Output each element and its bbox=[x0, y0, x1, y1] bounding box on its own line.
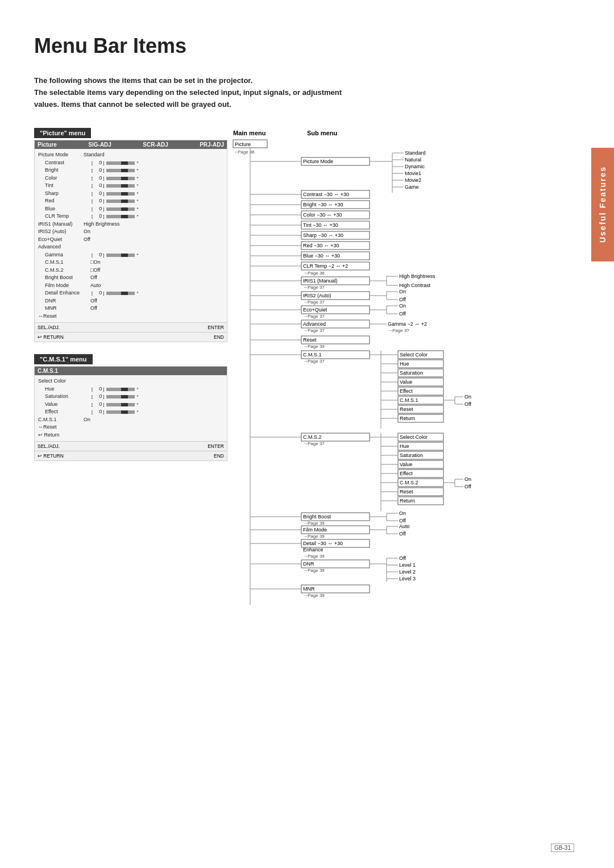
cms1-on-row: C.M.S.1On bbox=[38, 416, 223, 424]
sub-cms1-effect: Effect bbox=[400, 388, 413, 394]
opt-movie1: Movie1 bbox=[405, 171, 421, 176]
diagram-area: "Picture" menu Picture SIG-ADJ SCR-ADJ P… bbox=[34, 127, 580, 800]
effect-slider bbox=[106, 410, 135, 414]
opt-natural: Natural bbox=[405, 157, 421, 163]
footer-end: END bbox=[214, 334, 224, 340]
opt-filmmode-auto: Auto bbox=[399, 524, 410, 529]
sub-cms2-hue: Hue bbox=[400, 443, 409, 449]
sub-brightboost: Bright Boost bbox=[303, 514, 331, 520]
cms1-menu-body: Select Color Hue[0]* Saturation[0]* Valu… bbox=[35, 375, 227, 441]
sub-cms2-cms2: C.M.S.2 bbox=[400, 480, 418, 485]
footer-seladj: SEL./ADJ. bbox=[38, 325, 60, 330]
sub-cms2-value: Value bbox=[400, 462, 412, 467]
brightboost-row: Bright BoostOff bbox=[38, 274, 223, 282]
hue-row: Hue[0]* bbox=[38, 385, 223, 393]
sat-row: Saturation[0]* bbox=[38, 393, 223, 401]
detail-slider bbox=[106, 292, 135, 295]
contrast-slider bbox=[106, 161, 135, 165]
iris1-row: IRIS1 (Manual)High Brightness bbox=[38, 221, 223, 229]
sharp-row: Sharp[0]* bbox=[38, 190, 223, 198]
picture-mode-row: Picture ModeStandard bbox=[38, 151, 223, 159]
sub-iris2: IRIS2 (Auto) bbox=[303, 293, 331, 298]
cms1-return-row: ↩ Return bbox=[38, 431, 223, 439]
pic-tab-scradj: SCR-ADJ bbox=[143, 142, 168, 148]
sub-dnr: DNR bbox=[303, 561, 314, 567]
detailenhance-row: Detail Enhance[0]* bbox=[38, 289, 223, 297]
sub-mnr: MNR bbox=[303, 586, 315, 592]
cms2-row: C.M.S.2□Off bbox=[38, 267, 223, 275]
opt-standard: Standard bbox=[405, 150, 426, 156]
advanced-ref: →Page 37 bbox=[303, 328, 325, 333]
intro-text: The following shows the items that can b… bbox=[34, 75, 580, 110]
cms1-menu-footer: SEL./ADJ. ENTER bbox=[35, 441, 227, 451]
sub-eco: Eco+Quiet bbox=[303, 307, 327, 313]
eco-ref: →Page 37 bbox=[303, 314, 325, 319]
sub-cms1-selectcolor: Select Color bbox=[400, 352, 428, 358]
detail-ref: →Page 39 bbox=[303, 554, 325, 559]
opt-high-brightness: High Brightness bbox=[399, 273, 435, 279]
cms1-footer-enter: ENTER bbox=[208, 443, 224, 449]
sub-clrtemp: CLR Temp −2 ↔ +2 bbox=[303, 263, 348, 269]
brightboost-ref: →Page 39 bbox=[303, 521, 325, 526]
cms1-footer-return: ↩ RETURN bbox=[38, 453, 64, 459]
sub-menu-header: Sub menu bbox=[307, 130, 337, 136]
picture-menu-footer: SEL./ADJ. ENTER bbox=[35, 322, 227, 332]
opt-movie2: Movie2 bbox=[405, 177, 421, 183]
blue-row: Blue[0]* bbox=[38, 205, 223, 213]
cms1-footer-end: END bbox=[214, 453, 224, 459]
sub-cms1-value: Value bbox=[400, 379, 412, 385]
opt-high-contrast: High Contrast bbox=[399, 283, 431, 288]
eco-row: Eco+QuietOff bbox=[38, 236, 223, 244]
sub-cms2-effect: Effect bbox=[400, 471, 413, 476]
cms1-reset-row: ↔Reset bbox=[38, 423, 223, 431]
picture-menu-footer2: ↩ RETURN END bbox=[35, 332, 227, 342]
sub-cms2-saturation: Saturation bbox=[400, 452, 423, 458]
pic-tab-sigadj: SIG-ADJ bbox=[88, 142, 111, 148]
sub-advanced: Advanced bbox=[303, 321, 326, 327]
sub-red: Red −30 ↔ +30 bbox=[303, 243, 339, 248]
mnr-row: MNROff bbox=[38, 305, 223, 313]
iris2-ref: →Page 37 bbox=[303, 300, 325, 305]
sub-filmmode: Film Mode bbox=[303, 527, 327, 533]
opt-cms1-on: On bbox=[464, 394, 471, 400]
sub-color: Color −30 ↔ +30 bbox=[303, 212, 342, 218]
value-row: Value[0]* bbox=[38, 401, 223, 409]
opt-brightboost-off: Off bbox=[399, 518, 406, 524]
hue-slider bbox=[106, 388, 135, 391]
mnr-ref: →Page 39 bbox=[303, 593, 325, 598]
reset-row: ↔Reset bbox=[38, 313, 223, 321]
sub-tint: Tint −30 ↔ +30 bbox=[303, 222, 338, 228]
color-row: Color[0]* bbox=[38, 175, 223, 182]
opt-cms1-off: Off bbox=[464, 401, 471, 407]
cms1-footer-seladj: SEL./ADJ. bbox=[38, 443, 60, 449]
picture-label: Picture bbox=[235, 142, 251, 147]
opt-dynamic: Dynamic bbox=[405, 164, 425, 169]
opt-iris2-off: Off bbox=[399, 297, 406, 302]
clrtemp-row: CLR Temp[0]* bbox=[38, 213, 223, 221]
opt-iris2-on: On bbox=[399, 289, 406, 294]
cms1-title: C.M.S.1 bbox=[38, 368, 58, 374]
clrtemp-slider bbox=[106, 215, 135, 218]
opt-gamma: Gamma −2 ↔ +2 bbox=[388, 321, 427, 327]
bright-slider bbox=[106, 169, 135, 172]
flow-svg: Main menu Sub menu Picture →Page 36 Pict… bbox=[227, 127, 591, 798]
sub-cms2-return: Return bbox=[400, 498, 415, 504]
sub-cms1-reset: Reset bbox=[400, 406, 413, 412]
page-title: Menu Bar Items bbox=[34, 34, 580, 58]
opt-filmmode-off: Off bbox=[399, 531, 406, 537]
filmmode-ref: →Page 39 bbox=[303, 534, 325, 539]
red-row: Red[0]* bbox=[38, 197, 223, 205]
iris2-row: IRIS2 (Auto)On bbox=[38, 228, 223, 236]
page-footer: GB-31 bbox=[551, 844, 574, 851]
pic-tab-prjadj: PRJ-ADJ bbox=[200, 142, 224, 148]
gamma-ref: →Page 37 bbox=[388, 328, 409, 333]
value-slider bbox=[106, 403, 135, 406]
opt-dnr-level1: Level 1 bbox=[399, 562, 416, 568]
opt-cms2-off: Off bbox=[464, 484, 471, 489]
page-container: Useful Features Menu Bar Items The follo… bbox=[0, 0, 614, 868]
opt-brightboost-on: On bbox=[399, 510, 406, 516]
tint-row: Tint[0]* bbox=[38, 182, 223, 190]
cms1-ref: →Page 37 bbox=[303, 359, 325, 364]
sub-reset: Reset bbox=[303, 337, 317, 343]
red-slider bbox=[106, 200, 135, 203]
